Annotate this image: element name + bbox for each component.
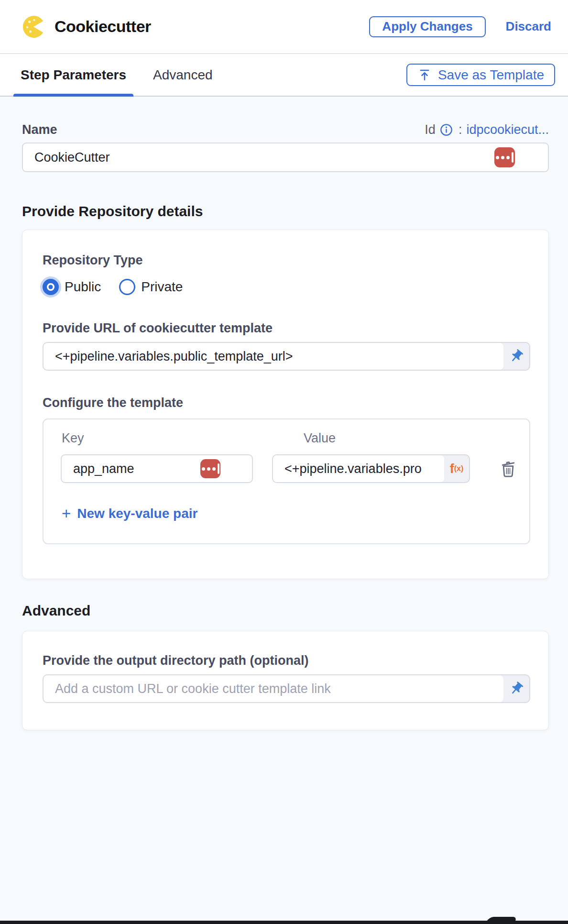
save-as-template-label: Save as Template <box>438 67 544 83</box>
apply-changes-button[interactable]: Apply Changes <box>369 16 485 37</box>
radio-public-label: Public <box>65 279 101 295</box>
output-directory-input[interactable] <box>44 675 503 702</box>
advanced-section-heading: Advanced <box>22 602 549 619</box>
panel-title: Cookiecutter <box>55 17 151 36</box>
key-value-card: Key Value f(x) <box>43 418 530 544</box>
advanced-card: Provide the output directory path (optio… <box>22 631 549 730</box>
add-key-value-label: New key-value pair <box>77 506 197 521</box>
pin-icon[interactable] <box>503 343 529 370</box>
output-directory-label: Provide the output directory path (optio… <box>43 652 530 669</box>
name-id-row: Name Id : idpcookiecut... <box>22 121 549 138</box>
fixed-value-icon[interactable] <box>494 147 515 167</box>
panel-header: Cookiecutter Apply Changes Discard <box>0 0 568 54</box>
output-directory-input-shell <box>43 674 530 703</box>
cookiecutter-step-panel: Cookiecutter Apply Changes Discard Step … <box>0 0 568 924</box>
step-parameters-form: Name Id : idpcookiecut... P <box>0 97 568 924</box>
id-colon: : <box>459 122 462 137</box>
info-icon[interactable] <box>440 123 453 136</box>
value-column-header: Value <box>304 431 336 446</box>
key-input[interactable] <box>61 454 253 483</box>
expression-fx-icon[interactable]: f(x) <box>444 455 469 482</box>
key-value-headers: Key Value <box>53 431 515 446</box>
configure-template-label: Configure the template <box>43 395 530 411</box>
key-value-row: f(x) <box>53 454 515 483</box>
repository-type-radios: Public Private <box>43 279 530 295</box>
radio-option-public[interactable]: Public <box>43 279 101 295</box>
template-url-input-shell <box>43 342 530 371</box>
plus-icon: + <box>62 507 71 520</box>
repository-type-label: Repository Type <box>43 252 530 268</box>
upload-icon <box>417 68 432 82</box>
key-input-wrap <box>61 454 253 483</box>
step-id-chunk: Id : idpcookiecut... <box>425 122 549 137</box>
key-column-header: Key <box>62 431 272 446</box>
fixed-value-icon[interactable] <box>200 459 220 478</box>
value-input-shell: f(x) <box>272 454 470 483</box>
cookiecutter-logo-icon <box>22 15 46 39</box>
add-key-value-button[interactable]: + New key-value pair <box>62 506 197 521</box>
pin-icon[interactable] <box>503 675 529 702</box>
radio-private-label: Private <box>141 279 183 295</box>
name-input[interactable] <box>22 143 549 172</box>
radio-option-private[interactable]: Private <box>119 279 183 295</box>
save-as-template-button[interactable]: Save as Template <box>406 64 555 86</box>
tab-advanced[interactable]: Advanced <box>146 54 220 96</box>
template-url-input[interactable] <box>44 343 503 370</box>
repository-section-heading: Provide Repository details <box>22 203 549 220</box>
discard-button[interactable]: Discard <box>506 19 551 34</box>
name-input-wrap <box>22 143 549 172</box>
step-id-value[interactable]: idpcookiecut... <box>466 122 549 137</box>
radio-public-checked[interactable] <box>43 279 59 295</box>
value-input[interactable] <box>273 455 444 482</box>
template-url-label: Provide URL of cookiecutter template <box>43 320 530 336</box>
trash-icon[interactable] <box>498 458 519 480</box>
radio-private-unchecked[interactable] <box>119 279 135 295</box>
name-label: Name <box>22 122 57 137</box>
id-label: Id <box>425 122 436 137</box>
bottom-screen-edge <box>0 921 568 924</box>
tab-bar: Step Parameters Advanced Save as Templat… <box>0 54 568 97</box>
repository-card: Repository Type Public Private Provide U… <box>22 230 549 579</box>
tab-step-parameters[interactable]: Step Parameters <box>13 54 133 96</box>
